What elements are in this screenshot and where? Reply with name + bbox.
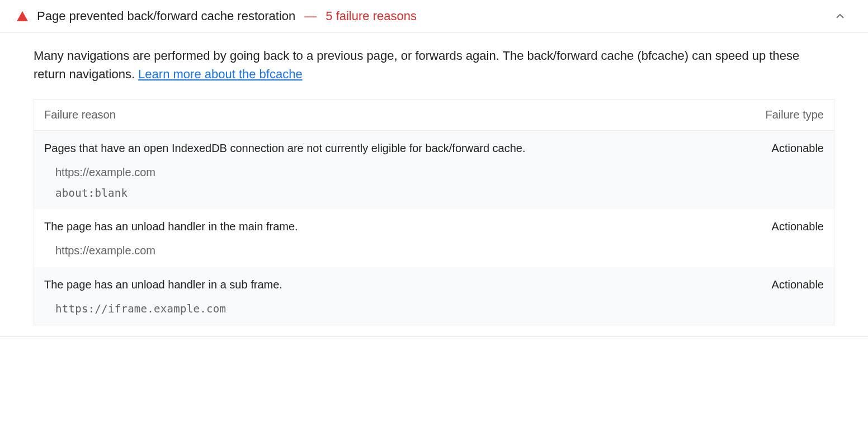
warning-triangle-icon	[17, 11, 28, 21]
row-top: The page has an unload handler in the ma…	[44, 220, 824, 233]
failure-reason: The page has an unload handler in the ma…	[44, 220, 758, 233]
audit-description: Many navigations are performed by going …	[0, 33, 868, 83]
failure-type: Actionable	[772, 278, 824, 291]
table-row: The page has an unload handler in the ma…	[34, 209, 834, 267]
failure-reason: The page has an unload handler in a sub …	[44, 278, 758, 291]
learn-more-link[interactable]: Learn more about the bfcache	[138, 67, 303, 81]
col-header-type: Failure type	[766, 108, 824, 121]
failure-type: Actionable	[772, 142, 824, 155]
audit-header[interactable]: Page prevented back/forward cache restor…	[0, 0, 868, 33]
audit-title: Page prevented back/forward cache restor…	[37, 9, 295, 23]
audit-title-wrap: Page prevented back/forward cache restor…	[37, 9, 824, 23]
url-list: https://example.comabout:blank	[44, 166, 824, 199]
url-item: about:blank	[55, 187, 824, 199]
table-header: Failure reason Failure type	[34, 99, 834, 131]
table-row: Pages that have an open IndexedDB connec…	[34, 131, 834, 209]
url-list: https://iframe.example.com	[44, 302, 824, 315]
table-row: The page has an unload handler in a sub …	[34, 267, 834, 325]
failure-reason: Pages that have an open IndexedDB connec…	[44, 142, 758, 155]
url-item: https://example.com	[55, 166, 824, 179]
failure-count: 5 failure reasons	[326, 9, 417, 23]
row-top: The page has an unload handler in a sub …	[44, 278, 824, 291]
url-list: https://example.com	[44, 244, 824, 257]
divider	[0, 337, 868, 337]
failure-table: Failure reason Failure type Pages that h…	[34, 99, 834, 325]
separator-dash: —	[304, 9, 317, 23]
chevron-up-icon[interactable]	[833, 10, 851, 23]
url-item: https://example.com	[55, 244, 824, 257]
row-top: Pages that have an open IndexedDB connec…	[44, 142, 824, 155]
col-header-reason: Failure reason	[44, 108, 116, 121]
failure-type: Actionable	[772, 220, 824, 233]
url-item: https://iframe.example.com	[55, 302, 824, 315]
